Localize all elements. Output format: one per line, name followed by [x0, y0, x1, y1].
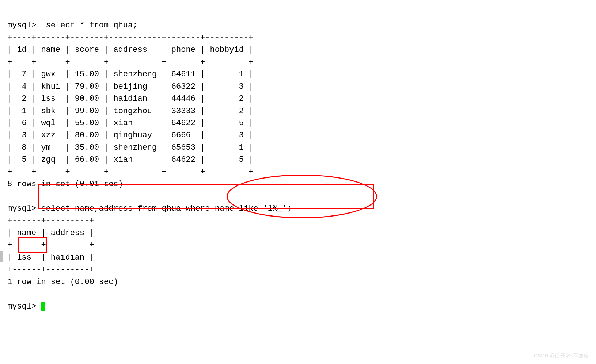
table1-row-6: | 8 | ym | 35.00 | shenzheng | 65653 | 1…: [7, 143, 253, 152]
table2-border-bottom: +------+---------+: [7, 265, 94, 274]
table1-row-0: | 7 | gwx | 15.00 | shenzheng | 64611 | …: [7, 70, 253, 79]
watermark: CSDN @白开水~不加糖: [534, 352, 589, 360]
query-1: select * from qhua;: [41, 21, 137, 30]
result-2: 1 row in set (0.00 sec): [7, 277, 118, 287]
prompt-1: mysql>: [7, 21, 41, 30]
mysql-terminal[interactable]: mysql> select * from qhua; +----+------+…: [7, 7, 596, 313]
table2-border-mid: +------+---------+: [7, 241, 94, 250]
table1-border-top: +----+------+-------+-----------+-------…: [7, 33, 253, 42]
table1-border-bottom: +----+------+-------+-----------+-------…: [7, 168, 253, 177]
table1-header: | id | name | score | address | phone | …: [7, 45, 253, 54]
cursor: [41, 302, 45, 311]
table1-row-4: | 6 | wql | 55.00 | xian | 64622 | 5 |: [7, 119, 253, 128]
table1-row-1: | 4 | khui | 79.00 | beijing | 66322 | 3…: [7, 82, 253, 91]
prompt-2: mysql>: [7, 204, 41, 213]
table2-header: | name | address |: [7, 229, 94, 238]
prompt-3: mysql>: [7, 302, 41, 311]
table2-row: | lss | haidian |: [7, 253, 94, 262]
scroll-indicator: [0, 251, 3, 262]
table2-border-top: +------+---------+: [7, 216, 94, 225]
result-1: 8 rows in set (0.01 sec): [7, 180, 123, 189]
table1-row-7: | 5 | zgq | 66.00 | xian | 64622 | 5 |: [7, 155, 253, 164]
query-2: select name,address from qhua where name…: [41, 204, 292, 213]
table1-row-3: | 1 | sbk | 99.00 | tongzhou | 33333 | 2…: [7, 107, 253, 116]
table1-row-2: | 2 | lss | 90.00 | haidian | 44446 | 2 …: [7, 94, 253, 103]
table1-border-mid: +----+------+-------+-----------+-------…: [7, 58, 253, 67]
table1-row-5: | 3 | xzz | 80.00 | qinghuay | 6666 | 3 …: [7, 131, 253, 140]
